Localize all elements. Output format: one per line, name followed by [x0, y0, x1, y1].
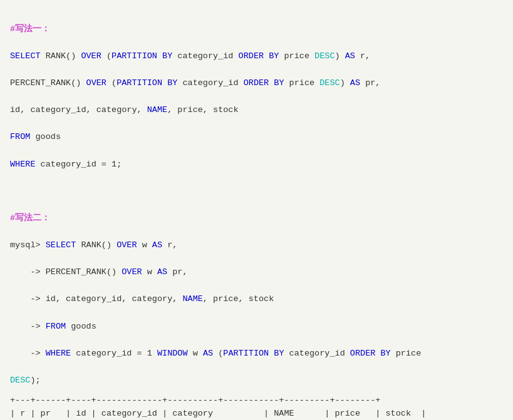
code-section: #写法一： SELECT RANK() OVER (PARTITION BY c…	[0, 0, 513, 394]
table-section: +---+------+----+-------------+---------…	[0, 394, 513, 420]
comment2: #写法二：	[10, 213, 50, 223]
line1-select: SELECT	[10, 51, 41, 61]
comment1: #写法一：	[10, 24, 50, 34]
table-separator-top: +---+------+----+-------------+---------…	[10, 394, 503, 407]
table-header: | r | pr | id | category_id | category |…	[10, 407, 503, 420]
